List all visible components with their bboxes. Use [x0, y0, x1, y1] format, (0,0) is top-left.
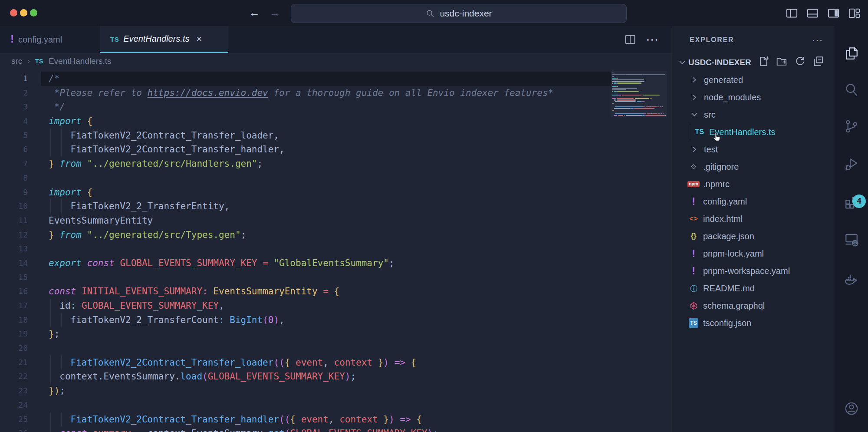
sidebar-item-label: tsconfig.json [703, 318, 751, 328]
code-line-16: 16 const INITIAL_EVENTS_SUMMARY: EventsS… [0, 284, 672, 299]
command-center-search[interactable]: usdc-indexer [291, 4, 627, 23]
line-number: 25 [0, 412, 28, 427]
yaml-file-icon: ! [688, 267, 699, 275]
sidebar-item-schema.graphql[interactable]: schema.graphql [672, 297, 835, 314]
mouse-cursor [710, 130, 723, 143]
tsconfig-file-icon: TS [688, 318, 699, 328]
json-file-icon: {} [688, 232, 699, 241]
titlebar: ← → usdc-indexer [0, 0, 868, 26]
sidebar-item-generated[interactable]: generated [672, 71, 835, 89]
sidebar-item-EventHandlers.ts[interactable]: TS EventHandlers.ts [672, 123, 835, 141]
line-number: 11 [0, 214, 28, 228]
tab-bar: ! config.yaml TS EventHandlers.ts × ⋯ [0, 26, 672, 53]
sidebar-item-node_modules[interactable]: node_modules [672, 89, 835, 106]
new-file-icon[interactable] [757, 55, 770, 70]
activity-search-icon[interactable] [835, 82, 868, 102]
code-line-14: 14 export const GLOBAL_EVENTS_SUMMARY_KE… [0, 256, 672, 270]
code-line-19: 19 }; [0, 327, 672, 341]
activity-docker-icon[interactable] [835, 272, 868, 292]
split-editor-icon[interactable] [624, 33, 636, 46]
code-line-22: 22 context.EventsSummary.load(GLOBAL_EVE… [0, 369, 672, 384]
yaml-warning-file-icon: ! [10, 35, 14, 45]
sidebar-item-label: node_modules [704, 92, 761, 102]
code-line-20: 20 [0, 341, 672, 356]
code-line-10: 10 FiatTokenV2_2_TransferEntity, [0, 199, 672, 214]
activity-run-debug-icon[interactable] [835, 156, 868, 176]
line-number: 7 [0, 157, 28, 171]
forward-arrow-icon[interactable]: → [269, 6, 281, 19]
code-editor[interactable]: 1 /* 2 *Please refer to https://docs.env… [0, 69, 672, 432]
editor-more-actions-icon[interactable]: ⋯ [646, 35, 660, 44]
npm-file-icon: npm [688, 181, 699, 187]
line-number: 16 [0, 284, 28, 299]
code-line-13: 13 [0, 242, 672, 256]
layout-customize-icon[interactable] [848, 7, 861, 22]
back-arrow-icon[interactable]: ← [248, 6, 260, 19]
zoom-button[interactable] [30, 9, 37, 16]
line-number: 6 [0, 142, 28, 157]
sidebar-item-package.json[interactable]: {} package.json [672, 228, 835, 245]
sidebar-item-src[interactable]: src [672, 106, 835, 123]
sidebar-item-root[interactable]: USDC-INDEXER [672, 54, 835, 71]
sidebar-item-.npmrc[interactable]: npm .npmrc [672, 175, 835, 193]
line-number: 18 [0, 313, 28, 327]
line-number: 12 [0, 228, 28, 242]
workspace-root-label: USDC-INDEXER [688, 58, 751, 67]
sidebar-item-label: test [704, 145, 718, 155]
line-number: 15 [0, 270, 28, 285]
sidebar-item-test[interactable]: test [672, 141, 835, 158]
activity-explorer-icon[interactable] [835, 46, 868, 66]
tab-label: config.yaml [18, 35, 62, 45]
code-line-23: 23 }); [0, 384, 672, 398]
sidebar-item-tsconfig.json[interactable]: TS tsconfig.json [672, 314, 835, 332]
line-number: 14 [0, 256, 28, 270]
activity-source-control-icon[interactable] [835, 119, 868, 139]
layout-sidebar-right-icon[interactable] [827, 7, 840, 22]
tab-config.yaml[interactable]: ! config.yaml [0, 26, 92, 53]
line-number: 10 [0, 199, 28, 214]
minimap[interactable] [611, 71, 667, 117]
line-number: 4 [0, 114, 28, 129]
typescript-file-icon: TS [110, 34, 119, 44]
code-line-2: 2 *Please refer to https://docs.envio.de… [0, 86, 672, 100]
line-number: 17 [0, 299, 28, 313]
close-button[interactable] [10, 9, 17, 16]
line-number: 21 [0, 356, 28, 370]
search-icon [425, 9, 435, 18]
sidebar-item-pnpm-lock.yaml[interactable]: ! pnpm-lock.yaml [672, 245, 835, 262]
sidebar-item-label: generated [704, 75, 743, 85]
code-line-12: 12 } from "../generated/src/Types.gen"; [0, 228, 672, 242]
line-number: 22 [0, 369, 28, 384]
sidebar-item-.gitignore[interactable]: .gitignore [672, 158, 835, 175]
activity-account-icon[interactable] [835, 401, 868, 421]
sidebar-item-README.md[interactable]: README.md [672, 280, 835, 297]
line-number: 23 [0, 384, 28, 398]
line-number: 9 [0, 185, 28, 200]
line-number: 13 [0, 242, 28, 256]
line-number: 5 [0, 129, 28, 143]
minimize-button[interactable] [20, 9, 27, 16]
layout-panel-bottom-icon[interactable] [806, 7, 819, 22]
yaml-file-icon: ! [688, 197, 699, 206]
explorer-more-actions-icon[interactable]: ··· [812, 38, 823, 42]
extensions-badge: 4 [852, 195, 866, 208]
sidebar-item-index.html[interactable]: <> index.html [672, 210, 835, 228]
tab-EventHandlers.ts[interactable]: TS EventHandlers.ts × [100, 26, 228, 53]
code-line-24: 24 [0, 398, 672, 412]
activity-remote-icon[interactable] [835, 231, 868, 251]
sidebar-item-config.yaml[interactable]: ! config.yaml [672, 193, 835, 210]
breadcrumb-item-file[interactable]: EventHandlers.ts [49, 56, 112, 66]
code-line-1: 1 /* [0, 72, 672, 86]
layout-sidebar-left-icon[interactable] [785, 7, 799, 22]
sidebar-item-pnpm-workspace.yaml[interactable]: ! pnpm-workspace.yaml [672, 262, 835, 280]
markdown-info-icon [688, 284, 699, 293]
close-tab-icon[interactable]: × [196, 33, 202, 45]
breadcrumb-item-src[interactable]: src [11, 56, 22, 66]
typescript-file-icon: TS [694, 128, 705, 136]
collapse-all-icon[interactable] [812, 55, 825, 70]
refresh-icon[interactable] [794, 55, 806, 70]
code-line-3: 3 */ [0, 100, 672, 114]
explorer-title: EXPLORER [690, 36, 812, 44]
new-folder-icon[interactable] [776, 55, 788, 70]
code-line-26: 26 const summary = context.EventsSummary… [0, 426, 672, 432]
